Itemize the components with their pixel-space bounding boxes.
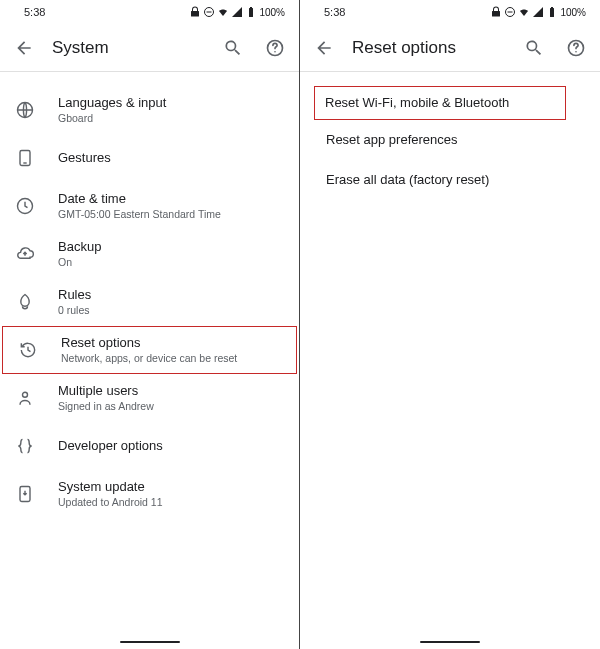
list-item-reset-options[interactable]: Reset options Network, apps, or device c… [2,326,297,374]
search-button[interactable] [520,34,548,62]
braces-icon [14,435,36,457]
status-icons: 100% [189,6,285,18]
item-subtext: 0 rules [58,304,291,318]
settings-list: Languages & input Gboard Gestures Date &… [0,72,299,518]
item-label: Reset app preferences [326,132,592,149]
search-button[interactable] [219,34,247,62]
status-battery: 100% [259,7,285,18]
reset-options-screen: 5:38 100% Reset options Reset Wi-Fi, mob… [300,0,600,649]
item-label: Gestures [58,150,291,167]
dnd-icon [504,6,516,18]
vpn-icon [490,6,502,18]
list-item-multiple-users[interactable]: Multiple users Signed in as Andrew [0,374,299,422]
status-bar: 5:38 100% [300,0,600,24]
arrow-back-icon [14,38,34,58]
item-label: Languages & input [58,95,291,112]
item-label: Developer options [58,438,291,455]
back-button[interactable] [310,34,338,62]
item-subtext: Updated to Android 11 [58,496,291,510]
item-subtext: Gboard [58,112,291,126]
dnd-icon [203,6,215,18]
wifi-icon [518,6,530,18]
signal-icon [532,6,544,18]
help-button[interactable] [261,34,289,62]
cloud-icon [14,243,36,265]
status-bar: 5:38 100% [0,0,299,24]
list-item-developer-options[interactable]: Developer options [0,422,299,470]
globe-icon [14,99,36,121]
signal-icon [231,6,243,18]
vpn-icon [189,6,201,18]
restore-icon [17,339,39,361]
svg-point-13 [575,50,577,52]
list-item-backup[interactable]: Backup On [0,230,299,278]
battery-icon [546,6,558,18]
rules-icon [14,291,36,313]
status-icons: 100% [490,6,586,18]
item-label: Erase all data (factory reset) [326,172,592,189]
status-time: 5:38 [24,6,45,18]
svg-point-3 [274,50,276,52]
item-label: Reset Wi-Fi, mobile & Bluetooth [325,95,547,112]
page-title: Reset options [352,38,506,58]
list-item-system-update[interactable]: System update Updated to Android 11 [0,470,299,518]
item-label: Date & time [58,191,291,208]
item-subtext: GMT-05:00 Eastern Standard Time [58,208,291,222]
help-icon [566,38,586,58]
arrow-back-icon [314,38,334,58]
item-label: Backup [58,239,291,256]
help-icon [265,38,285,58]
update-icon [14,483,36,505]
home-indicator[interactable] [120,641,180,643]
search-icon [223,38,243,58]
list-item-languages[interactable]: Languages & input Gboard [0,86,299,134]
list-item-factory-reset[interactable]: Erase all data (factory reset) [300,160,600,200]
item-label: Multiple users [58,383,291,400]
battery-icon [245,6,257,18]
item-subtext: Network, apps, or device can be reset [61,352,288,366]
highlight-box: Reset Wi-Fi, mobile & Bluetooth [314,86,566,120]
user-icon [14,387,36,409]
item-label: Rules [58,287,291,304]
search-icon [524,38,544,58]
svg-point-8 [23,392,28,397]
list-item-date-time[interactable]: Date & time GMT-05:00 Eastern Standard T… [0,182,299,230]
help-button[interactable] [562,34,590,62]
item-label: System update [58,479,291,496]
item-subtext: Signed in as Andrew [58,400,291,414]
back-button[interactable] [10,34,38,62]
gestures-icon [14,147,36,169]
clock-icon [14,195,36,217]
app-bar: System [0,24,299,72]
page-title: System [52,38,205,58]
wifi-icon [217,6,229,18]
status-time: 5:38 [324,6,345,18]
system-settings-screen: 5:38 100% System Languages & input [0,0,300,649]
list-item-reset-network[interactable]: Reset Wi-Fi, mobile & Bluetooth [325,88,555,118]
app-bar: Reset options [300,24,600,72]
item-label: Reset options [61,335,288,352]
home-indicator[interactable] [420,641,480,643]
list-item-reset-app-prefs[interactable]: Reset app preferences [300,120,600,160]
reset-list: Reset Wi-Fi, mobile & Bluetooth Reset ap… [300,72,600,200]
list-item-gestures[interactable]: Gestures [0,134,299,182]
status-battery: 100% [560,7,586,18]
list-item-rules[interactable]: Rules 0 rules [0,278,299,326]
item-subtext: On [58,256,291,270]
